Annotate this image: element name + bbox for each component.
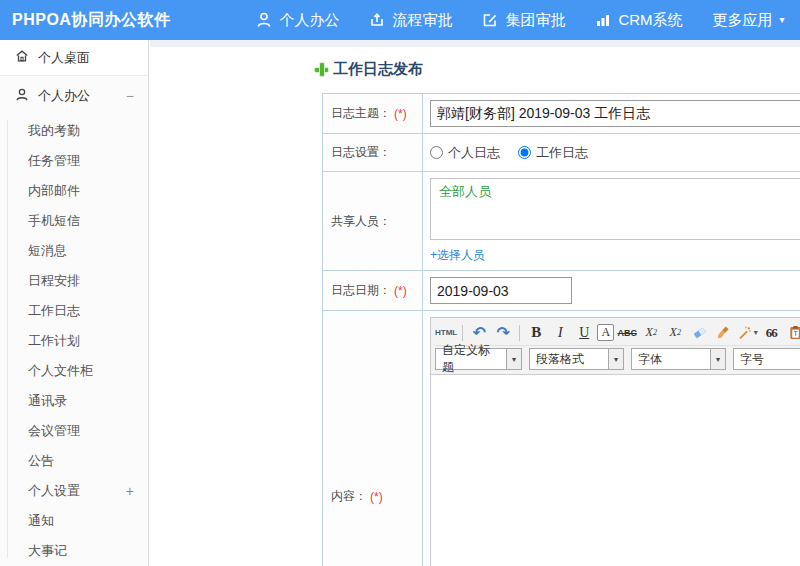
bold-button[interactable]: B: [525, 322, 547, 344]
rich-text-editor: HTML ↶ ↷ B I U A ABC X2: [430, 317, 800, 566]
expand-plus-icon[interactable]: +: [126, 476, 134, 506]
chevron-down-icon: ▾: [710, 349, 725, 369]
nav-personal-office[interactable]: 个人办公: [256, 11, 339, 30]
subscript-button[interactable]: X2: [664, 322, 686, 344]
italic-button[interactable]: I: [549, 322, 571, 344]
underline-button[interactable]: U: [573, 322, 595, 344]
share-label: 共享人员：: [323, 172, 423, 270]
toolbar-separator: [462, 325, 463, 341]
form-row-content: 内容： (*) HTML ↶ ↷ B: [323, 311, 800, 566]
editor-toolbar: HTML ↶ ↷ B I U A ABC X2: [431, 318, 800, 375]
nav-label: 更多应用: [713, 11, 773, 30]
home-icon: [15, 49, 29, 66]
sidebar-item-label: 个人办公: [38, 87, 90, 105]
sidebar-item-work-plan[interactable]: 工作计划: [0, 326, 148, 356]
eraser-icon: [692, 325, 707, 340]
bar-chart-icon: [595, 12, 611, 28]
collapse-minus-icon[interactable]: −: [126, 88, 134, 104]
autoformat-wand-button[interactable]: ▾: [736, 322, 758, 344]
person-icon: [15, 88, 29, 105]
sidebar-item-personal-settings[interactable]: 个人设置 +: [0, 476, 148, 506]
radio-work-log[interactable]: 工作日志: [518, 144, 588, 162]
main-content: 工作日志发布 日志主题： (*) 日志设置：: [150, 40, 800, 566]
sidebar-item-sms[interactable]: 手机短信: [0, 206, 148, 236]
add-plus-icon: [315, 63, 328, 76]
font-family-dropdown[interactable]: 字体 ▾: [631, 348, 726, 370]
nav-workflow-approval[interactable]: 流程审批: [369, 11, 452, 30]
subject-input[interactable]: [430, 100, 800, 127]
nav-label: CRM系统: [618, 11, 682, 30]
chevron-down-icon: ▾: [506, 349, 521, 369]
editor-content-area[interactable]: [431, 375, 800, 566]
settings-label: 日志设置：: [323, 134, 423, 171]
main-nav: 个人办公 流程审批 集团审批 CRM系统 更多应用 ▾: [256, 11, 800, 30]
superscript-button[interactable]: X2: [640, 322, 662, 344]
sidebar-item-internal-mail[interactable]: 内部邮件: [0, 176, 148, 206]
form-row-subject: 日志主题： (*): [323, 94, 800, 134]
nav-crm-system[interactable]: CRM系统: [595, 11, 682, 30]
date-label: 日志日期： (*): [323, 271, 423, 310]
form-row-date: 日志日期： (*): [323, 271, 800, 311]
required-mark: (*): [394, 284, 407, 298]
sidebar-item-label: 个人桌面: [38, 49, 90, 67]
sidebar-item-work-log[interactable]: 工作日志: [0, 296, 148, 326]
sidebar-item-meeting-management[interactable]: 会议管理: [0, 416, 148, 446]
required-mark: (*): [394, 107, 407, 121]
required-mark: (*): [370, 490, 383, 504]
sidebar-item-schedule[interactable]: 日程安排: [0, 266, 148, 296]
blockquote-button[interactable]: 66: [760, 322, 782, 344]
select-people-link[interactable]: +选择人员: [430, 247, 800, 264]
redo-button[interactable]: ↷: [492, 322, 514, 344]
sidebar-item-desktop[interactable]: 个人桌面: [0, 40, 148, 76]
radio-personal-log[interactable]: 个人日志: [430, 144, 500, 162]
date-input[interactable]: [430, 277, 572, 304]
chevron-down-icon: ▾: [608, 349, 623, 369]
font-color-button[interactable]: A: [597, 324, 614, 341]
magic-wand-icon: [737, 325, 752, 340]
app-logo: PHPOA协同办公软件: [0, 10, 170, 31]
sidebar-item-announcement[interactable]: 公告: [0, 446, 148, 476]
form-row-settings: 日志设置： 个人日志 工作日志: [323, 134, 800, 172]
paragraph-format-dropdown[interactable]: 段落格式 ▾: [529, 348, 624, 370]
content-label: 内容： (*): [323, 311, 423, 566]
sidebar-submenu: 我的考勤 任务管理 内部邮件 手机短信 短消息 日程安排 工作日志 工作计划 个…: [0, 116, 148, 566]
nav-label: 流程审批: [392, 11, 452, 30]
worklog-form: 日志主题： (*) 日志设置： 个人日志: [322, 93, 800, 566]
toolbar-separator: [519, 325, 520, 341]
nav-more-apps[interactable]: 更多应用 ▾: [713, 11, 785, 30]
chevron-down-icon: ▾: [780, 15, 785, 25]
radio-work-log-input[interactable]: [518, 146, 531, 159]
form-row-share: 共享人员： 全部人员 +选择人员: [323, 172, 800, 271]
sidebar-item-notice[interactable]: 通知: [0, 506, 148, 536]
nav-group-approval[interactable]: 集团审批: [482, 11, 565, 30]
sidebar-item-task-management[interactable]: 任务管理: [0, 146, 148, 176]
eraser-button[interactable]: [688, 322, 710, 344]
font-size-dropdown[interactable]: 字号 ▾: [733, 348, 800, 370]
sidebar-item-contacts[interactable]: 通讯录: [0, 386, 148, 416]
paste-text-button[interactable]: T: [784, 322, 800, 344]
sidebar-item-file-cabinet[interactable]: 个人文件柜: [0, 356, 148, 386]
strikethrough-button[interactable]: ABC: [616, 322, 638, 344]
undo-button[interactable]: ↶: [468, 322, 490, 344]
sidebar-item-short-message[interactable]: 短消息: [0, 236, 148, 266]
flow-send-icon: [369, 12, 385, 28]
custom-title-dropdown[interactable]: 自定义标题 ▾: [435, 348, 522, 370]
clipboard-icon: T: [788, 325, 800, 340]
sidebar-item-attendance[interactable]: 我的考勤: [0, 116, 148, 146]
sidebar-item-memorabilia[interactable]: 大事记: [0, 536, 148, 566]
nav-label: 个人办公: [279, 11, 339, 30]
nav-label: 集团审批: [505, 11, 565, 30]
edit-square-icon: [482, 12, 498, 28]
person-icon: [256, 12, 272, 28]
shared-people-box[interactable]: 全部人员: [430, 178, 800, 240]
format-brush-button[interactable]: [712, 322, 734, 344]
radio-personal-log-input[interactable]: [430, 146, 443, 159]
html-source-button[interactable]: HTML: [435, 322, 457, 344]
svg-text:T: T: [792, 330, 797, 337]
top-header-bar: PHPOA协同办公软件 个人办公 流程审批 集团审批 CRM系统: [0, 0, 800, 40]
content-top-strip: [150, 40, 800, 47]
shared-people-value: 全部人员: [439, 184, 491, 199]
sidebar-item-personal-office[interactable]: 个人办公 −: [0, 76, 148, 116]
broom-icon: [716, 325, 731, 340]
sidebar: 个人桌面 个人办公 − 我的考勤 任务管理 内部邮件 手机短信 短消息 日程安排…: [0, 40, 149, 566]
